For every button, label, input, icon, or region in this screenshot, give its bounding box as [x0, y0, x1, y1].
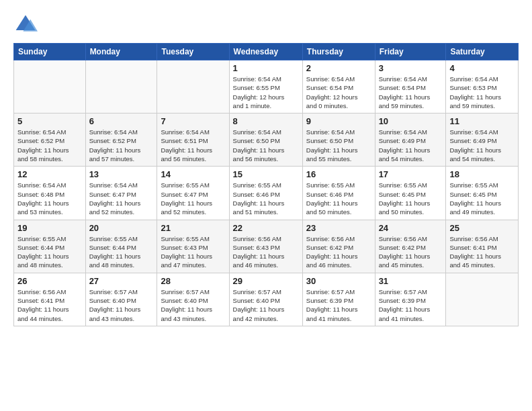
day-number: 2	[306, 63, 371, 73]
calendar-cell: 17Sunrise: 6:55 AM Sunset: 6:45 PM Dayli…	[375, 167, 446, 220]
day-number: 20	[89, 223, 154, 233]
logo	[13, 12, 42, 36]
calendar-cell: 16Sunrise: 6:55 AM Sunset: 6:46 PM Dayli…	[302, 167, 375, 220]
day-info: Sunrise: 6:54 AM Sunset: 6:54 PM Dayligh…	[306, 75, 371, 110]
calendar-cell: 27Sunrise: 6:57 AM Sunset: 6:40 PM Dayli…	[85, 273, 157, 326]
calendar-cell: 15Sunrise: 6:55 AM Sunset: 6:46 PM Dayli…	[229, 167, 302, 220]
day-info: Sunrise: 6:56 AM Sunset: 6:42 PM Dayligh…	[379, 234, 443, 270]
header	[13, 12, 519, 36]
day-info: Sunrise: 6:54 AM Sunset: 6:54 PM Dayligh…	[379, 75, 443, 110]
calendar-cell: 24Sunrise: 6:56 AM Sunset: 6:42 PM Dayli…	[375, 220, 446, 273]
day-info: Sunrise: 6:55 AM Sunset: 6:46 PM Dayligh…	[233, 181, 299, 216]
day-number: 29	[233, 276, 299, 286]
day-info: Sunrise: 6:57 AM Sunset: 6:40 PM Dayligh…	[233, 287, 299, 323]
logo-icon	[13, 12, 38, 36]
day-number: 17	[379, 169, 443, 179]
day-number: 9	[306, 116, 371, 126]
day-number: 27	[89, 276, 154, 286]
calendar-week-row: 19Sunrise: 6:55 AM Sunset: 6:44 PM Dayli…	[14, 220, 519, 273]
day-info: Sunrise: 6:54 AM Sunset: 6:52 PM Dayligh…	[17, 128, 82, 163]
calendar-cell: 19Sunrise: 6:55 AM Sunset: 6:44 PM Dayli…	[14, 220, 86, 273]
day-info: Sunrise: 6:56 AM Sunset: 6:42 PM Dayligh…	[306, 234, 371, 270]
day-info: Sunrise: 6:55 AM Sunset: 6:44 PM Dayligh…	[17, 234, 82, 270]
day-info: Sunrise: 6:55 AM Sunset: 6:47 PM Dayligh…	[161, 181, 225, 216]
day-number: 13	[89, 169, 154, 179]
day-number: 31	[379, 276, 443, 286]
calendar-cell: 4Sunrise: 6:54 AM Sunset: 6:53 PM Daylig…	[446, 60, 519, 113]
day-number: 19	[17, 223, 82, 233]
day-number: 5	[17, 116, 82, 126]
weekday-header: Tuesday	[157, 44, 229, 60]
day-info: Sunrise: 6:54 AM Sunset: 6:52 PM Dayligh…	[89, 128, 154, 163]
day-number: 25	[449, 223, 515, 233]
weekday-header: Friday	[375, 44, 446, 60]
day-number: 16	[306, 169, 371, 179]
day-number: 21	[161, 223, 225, 233]
day-info: Sunrise: 6:55 AM Sunset: 6:45 PM Dayligh…	[449, 181, 515, 216]
weekday-header: Wednesday	[229, 44, 302, 60]
calendar-cell	[157, 60, 229, 113]
day-info: Sunrise: 6:54 AM Sunset: 6:55 PM Dayligh…	[233, 75, 299, 110]
day-info: Sunrise: 6:57 AM Sunset: 6:40 PM Dayligh…	[161, 287, 225, 323]
calendar-cell: 26Sunrise: 6:56 AM Sunset: 6:41 PM Dayli…	[14, 273, 86, 326]
calendar-cell	[446, 273, 519, 326]
day-info: Sunrise: 6:54 AM Sunset: 6:50 PM Dayligh…	[233, 128, 299, 163]
calendar-cell: 9Sunrise: 6:54 AM Sunset: 6:50 PM Daylig…	[302, 113, 375, 167]
day-info: Sunrise: 6:54 AM Sunset: 6:50 PM Dayligh…	[306, 128, 371, 163]
calendar-cell: 5Sunrise: 6:54 AM Sunset: 6:52 PM Daylig…	[14, 113, 86, 167]
day-info: Sunrise: 6:57 AM Sunset: 6:39 PM Dayligh…	[379, 287, 443, 323]
day-number: 30	[306, 276, 371, 286]
calendar-cell: 25Sunrise: 6:56 AM Sunset: 6:41 PM Dayli…	[446, 220, 519, 273]
weekday-header: Saturday	[446, 44, 519, 60]
calendar-cell: 14Sunrise: 6:55 AM Sunset: 6:47 PM Dayli…	[157, 167, 229, 220]
calendar-cell: 11Sunrise: 6:54 AM Sunset: 6:49 PM Dayli…	[446, 113, 519, 167]
day-info: Sunrise: 6:57 AM Sunset: 6:40 PM Dayligh…	[89, 287, 154, 323]
day-info: Sunrise: 6:55 AM Sunset: 6:43 PM Dayligh…	[161, 234, 225, 270]
calendar-cell: 3Sunrise: 6:54 AM Sunset: 6:54 PM Daylig…	[375, 60, 446, 113]
day-info: Sunrise: 6:54 AM Sunset: 6:49 PM Dayligh…	[379, 128, 443, 163]
calendar-cell: 7Sunrise: 6:54 AM Sunset: 6:51 PM Daylig…	[157, 113, 229, 167]
day-number: 28	[161, 276, 225, 286]
day-number: 24	[379, 223, 443, 233]
day-number: 12	[17, 169, 82, 179]
calendar-table: SundayMondayTuesdayWednesdayThursdayFrid…	[13, 43, 519, 326]
day-info: Sunrise: 6:55 AM Sunset: 6:45 PM Dayligh…	[379, 181, 443, 216]
calendar-week-row: 5Sunrise: 6:54 AM Sunset: 6:52 PM Daylig…	[14, 113, 519, 167]
day-number: 26	[17, 276, 82, 286]
calendar-cell: 30Sunrise: 6:57 AM Sunset: 6:39 PM Dayli…	[302, 273, 375, 326]
calendar-cell: 29Sunrise: 6:57 AM Sunset: 6:40 PM Dayli…	[229, 273, 302, 326]
day-info: Sunrise: 6:56 AM Sunset: 6:41 PM Dayligh…	[17, 287, 82, 323]
calendar-cell: 21Sunrise: 6:55 AM Sunset: 6:43 PM Dayli…	[157, 220, 229, 273]
page: SundayMondayTuesdayWednesdayThursdayFrid…	[0, 0, 532, 338]
calendar-header-row: SundayMondayTuesdayWednesdayThursdayFrid…	[14, 44, 519, 60]
day-number: 11	[449, 116, 515, 126]
day-info: Sunrise: 6:54 AM Sunset: 6:53 PM Dayligh…	[449, 75, 515, 110]
day-number: 23	[306, 223, 371, 233]
day-info: Sunrise: 6:54 AM Sunset: 6:47 PM Dayligh…	[89, 181, 154, 216]
calendar-cell: 12Sunrise: 6:54 AM Sunset: 6:48 PM Dayli…	[14, 167, 86, 220]
calendar-week-row: 1Sunrise: 6:54 AM Sunset: 6:55 PM Daylig…	[14, 60, 519, 113]
weekday-header: Sunday	[14, 44, 86, 60]
calendar-cell: 23Sunrise: 6:56 AM Sunset: 6:42 PM Dayli…	[302, 220, 375, 273]
day-number: 1	[233, 63, 299, 73]
weekday-header: Monday	[85, 44, 157, 60]
day-number: 10	[379, 116, 443, 126]
day-info: Sunrise: 6:54 AM Sunset: 6:48 PM Dayligh…	[17, 181, 82, 216]
day-number: 3	[379, 63, 443, 73]
calendar-cell: 8Sunrise: 6:54 AM Sunset: 6:50 PM Daylig…	[229, 113, 302, 167]
weekday-header: Thursday	[302, 44, 375, 60]
day-number: 22	[233, 223, 299, 233]
day-info: Sunrise: 6:57 AM Sunset: 6:39 PM Dayligh…	[306, 287, 371, 323]
day-number: 14	[161, 169, 225, 179]
calendar-cell: 2Sunrise: 6:54 AM Sunset: 6:54 PM Daylig…	[302, 60, 375, 113]
day-info: Sunrise: 6:54 AM Sunset: 6:51 PM Dayligh…	[161, 128, 225, 163]
day-number: 18	[449, 169, 515, 179]
day-number: 7	[161, 116, 225, 126]
day-info: Sunrise: 6:56 AM Sunset: 6:41 PM Dayligh…	[449, 234, 515, 270]
calendar-cell: 13Sunrise: 6:54 AM Sunset: 6:47 PM Dayli…	[85, 167, 157, 220]
calendar-cell: 28Sunrise: 6:57 AM Sunset: 6:40 PM Dayli…	[157, 273, 229, 326]
calendar-week-row: 26Sunrise: 6:56 AM Sunset: 6:41 PM Dayli…	[14, 273, 519, 326]
calendar-cell: 6Sunrise: 6:54 AM Sunset: 6:52 PM Daylig…	[85, 113, 157, 167]
day-info: Sunrise: 6:55 AM Sunset: 6:44 PM Dayligh…	[89, 234, 154, 270]
day-info: Sunrise: 6:55 AM Sunset: 6:46 PM Dayligh…	[306, 181, 371, 216]
